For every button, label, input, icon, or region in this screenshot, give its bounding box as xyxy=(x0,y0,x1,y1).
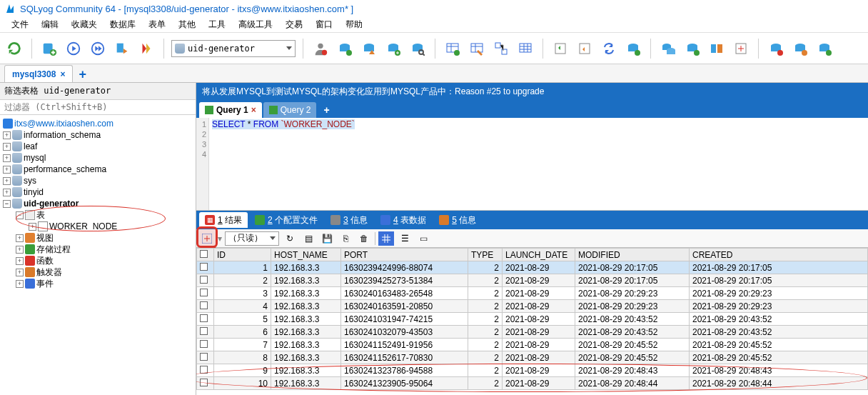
result-tab[interactable]: 3 信息 xyxy=(325,212,373,228)
db-orange-icon[interactable] xyxy=(790,39,810,59)
editor-code[interactable]: SELECT * FROM `WORKER_NODE` xyxy=(209,118,868,210)
table-row[interactable]: 4192.168.3.31630240163591-2085022021-08-… xyxy=(197,300,868,313)
db-import-icon[interactable] xyxy=(359,39,379,59)
result-tab[interactable]: 2 个配置文件 xyxy=(249,212,323,228)
sql-editor[interactable]: 1234 SELECT * FROM `WORKER_NODE` xyxy=(196,118,868,211)
db-export-icon[interactable] xyxy=(383,39,403,59)
column-header[interactable]: PORT xyxy=(341,249,468,261)
restore-icon[interactable] xyxy=(575,39,595,59)
table-row[interactable]: 9192.168.3.31630241323786-9458822021-08-… xyxy=(197,364,868,377)
query-tab-1[interactable]: Query 1 × xyxy=(199,102,262,118)
upgrade-banner[interactable]: 将从发展MYSQL到测试MYSQL的架构变化应用到MYSQL产品中：Reason… xyxy=(196,83,868,101)
checkbox[interactable] xyxy=(200,276,208,284)
tree-db[interactable]: +mysql xyxy=(0,152,196,164)
menu-item[interactable]: 收藏夹 xyxy=(66,17,103,32)
diff-icon[interactable] xyxy=(731,39,751,59)
table-row[interactable]: 2192.168.3.31630239425273-5138422021-08-… xyxy=(197,274,868,287)
execute-all-icon[interactable] xyxy=(88,39,108,59)
result-tab[interactable]: ▦1 结果 xyxy=(199,212,248,228)
menu-item[interactable]: 文件 xyxy=(6,17,34,32)
add-connection-button[interactable]: + xyxy=(73,67,92,82)
table-row[interactable]: 6192.168.3.31630241032079-4350322021-08-… xyxy=(197,326,868,339)
checkbox[interactable] xyxy=(200,250,208,258)
migrate-icon[interactable] xyxy=(682,39,702,59)
menu-item[interactable]: 其他 xyxy=(173,17,201,32)
tree-group[interactable]: +函数 xyxy=(0,255,196,266)
copy-db-icon[interactable] xyxy=(658,39,678,59)
menu-item[interactable]: 编辑 xyxy=(36,17,64,32)
execute-icon[interactable] xyxy=(64,39,84,59)
column-header[interactable] xyxy=(197,249,214,261)
checkbox[interactable] xyxy=(200,353,208,361)
expand-icon[interactable]: + xyxy=(3,177,11,185)
query-tab-2[interactable]: Query 2 xyxy=(263,102,317,118)
checkbox[interactable] xyxy=(200,263,208,271)
backup-icon[interactable] xyxy=(550,39,570,59)
checkbox[interactable] xyxy=(200,301,208,309)
readonly-selector[interactable]: （只读） xyxy=(225,231,279,246)
checkbox[interactable] xyxy=(200,340,208,348)
table-row[interactable]: 7192.168.3.31630241152491-9195622021-08-… xyxy=(197,339,868,351)
filter-input[interactable] xyxy=(0,100,196,114)
new-conn-icon[interactable] xyxy=(39,39,59,59)
column-header[interactable]: HOST_NAME xyxy=(271,249,341,261)
expand-icon[interactable]: + xyxy=(29,223,36,231)
column-header[interactable]: MODIFIED xyxy=(575,249,690,261)
format-icon[interactable] xyxy=(136,39,156,59)
text-view-icon[interactable]: ▭ xyxy=(415,231,431,246)
result-tab[interactable]: 4 表数据 xyxy=(375,212,432,228)
add-query-tab[interactable]: + xyxy=(318,102,335,118)
tree-db[interactable]: +leaf xyxy=(0,141,196,152)
checkbox[interactable] xyxy=(200,366,208,374)
tree-server[interactable]: itxs@www.itxiaoshen.com xyxy=(0,118,196,129)
grid-view-icon[interactable] xyxy=(378,231,394,246)
tree-db[interactable]: +information_schema xyxy=(0,129,196,141)
connection-tab-active[interactable]: mysql3308 × xyxy=(4,65,73,82)
expand-icon[interactable]: + xyxy=(3,143,11,151)
form-view-icon[interactable]: ☰ xyxy=(397,231,413,246)
tree-db[interactable]: +sys xyxy=(0,175,196,186)
schedule-icon[interactable] xyxy=(623,39,643,59)
expand-icon[interactable]: + xyxy=(16,269,24,276)
checkbox[interactable] xyxy=(200,289,208,296)
db-sync-icon[interactable] xyxy=(335,39,355,59)
menu-item[interactable]: 高级工具 xyxy=(233,17,278,32)
column-header[interactable]: LAUNCH_DATE xyxy=(503,249,575,261)
export-icon[interactable]: ▤ xyxy=(301,231,316,246)
expand-icon[interactable]: + xyxy=(3,189,11,196)
compare-icon[interactable] xyxy=(707,39,727,59)
table-new-icon[interactable] xyxy=(443,39,463,59)
tree-db-active[interactable]: − uid-generator xyxy=(0,198,196,209)
checkbox[interactable] xyxy=(200,327,208,335)
db-red-icon[interactable] xyxy=(766,39,786,59)
expand-icon[interactable]: + xyxy=(16,257,24,265)
tree-tables-group[interactable]: − 表 xyxy=(0,209,196,221)
checkbox[interactable] xyxy=(200,379,208,386)
execute-cursor-icon[interactable] xyxy=(112,39,132,59)
menu-item[interactable]: 帮助 xyxy=(340,17,368,32)
expand-icon[interactable]: + xyxy=(16,234,24,242)
save-icon[interactable]: 💾 xyxy=(319,231,335,246)
menu-item[interactable]: 表单 xyxy=(143,17,171,32)
menu-item[interactable]: 数据库 xyxy=(104,17,141,32)
tree-db[interactable]: +tinyid xyxy=(0,186,196,198)
collapse-icon[interactable]: − xyxy=(3,200,11,208)
tree-db[interactable]: +performance_schema xyxy=(0,164,196,175)
object-tree[interactable]: itxs@www.itxiaoshen.com +information_sch… xyxy=(0,115,196,395)
table-row[interactable]: 10192.168.3.31630241323905-9506422021-08… xyxy=(197,377,868,390)
close-icon[interactable]: × xyxy=(60,69,65,79)
table-edit-icon[interactable] xyxy=(467,39,487,59)
column-header[interactable]: CREATED xyxy=(690,249,868,261)
expand-icon[interactable]: + xyxy=(3,154,11,162)
checkbox[interactable] xyxy=(200,314,208,322)
refresh-icon[interactable] xyxy=(4,39,24,59)
delete-icon[interactable]: 🗑 xyxy=(356,231,372,246)
tree-group[interactable]: +视图 xyxy=(0,232,196,244)
table-relation-icon[interactable] xyxy=(491,39,511,59)
expand-icon[interactable]: + xyxy=(3,166,11,174)
refresh-icon[interactable]: ↻ xyxy=(282,231,298,246)
table-index-icon[interactable] xyxy=(515,39,535,59)
result-tab[interactable]: 5 信息 xyxy=(433,212,482,228)
table-row[interactable]: 5192.168.3.31630241031947-7421522021-08-… xyxy=(197,313,868,326)
table-row[interactable]: 3192.168.3.31630240163483-2654822021-08-… xyxy=(197,287,868,300)
